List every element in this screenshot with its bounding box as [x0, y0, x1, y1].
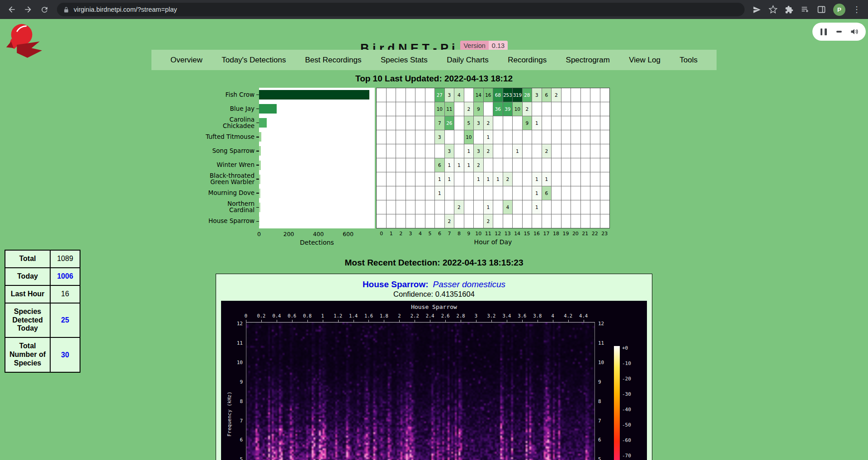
forward-icon[interactable] [20, 1, 36, 18]
reading-list-icon[interactable] [801, 5, 810, 14]
hour-tick: 0 [377, 231, 386, 237]
heatmap-cell: 2 [552, 88, 561, 102]
heatmap-cell [503, 158, 513, 172]
heatmap-cell [415, 172, 425, 186]
player-dash-icon [836, 31, 842, 33]
hour-tick: 2 [396, 231, 406, 237]
heatmap-cell: 14 [474, 88, 483, 102]
heatmap-cell [377, 158, 386, 172]
heatmap-cell [377, 102, 386, 116]
heatmap-cell: 16 [484, 88, 493, 102]
heatmap-cell [377, 130, 386, 144]
volume-icon[interactable] [850, 27, 859, 36]
audio-player[interactable] [812, 23, 866, 41]
bookmark-star-icon[interactable] [769, 5, 778, 14]
reload-icon[interactable] [36, 1, 52, 18]
tick-mark [522, 320, 523, 322]
heatmap-cell [523, 158, 532, 172]
lock-icon [63, 7, 69, 13]
spectrogram-time-tick: 1.4 [345, 313, 362, 318]
pause-icon[interactable] [819, 28, 828, 35]
detections-bar [259, 203, 260, 212]
heatmap-cell: 2 [484, 144, 493, 158]
species-row: Fish Crow [196, 88, 259, 102]
menu-icon[interactable]: ⋮ [853, 5, 861, 14]
bar-x-tick: 200 [280, 231, 298, 237]
spectrogram-time-tick: 3.6 [514, 313, 530, 318]
heatmap-cell [387, 102, 396, 116]
heatmap-cell [493, 158, 503, 172]
tick-mark [507, 320, 507, 322]
heatmap-cell [377, 214, 386, 228]
heatmap-cell [387, 158, 396, 172]
species-label: Fish Crow [226, 92, 255, 98]
stats-label: Species Detected Today [5, 303, 50, 338]
spectrogram-freq-tick-left: 10 [225, 359, 243, 365]
detection-common-name[interactable]: House Sparrow: [363, 280, 429, 289]
side-panel-icon[interactable] [817, 5, 826, 14]
heatmap-cell [523, 214, 532, 228]
species-row: Song Sparrow [196, 144, 259, 158]
heatmap-cell [484, 186, 493, 200]
bar-axis-label: Detections [259, 239, 375, 246]
heatmap-cell [571, 158, 580, 172]
hour-tick: 8 [454, 231, 464, 237]
tick-mark [476, 320, 476, 322]
url-bar[interactable]: virginia.birdnetpi.com/?stream=play [57, 3, 745, 16]
profile-avatar[interactable]: P [833, 4, 845, 16]
heatmap-cell [542, 158, 552, 172]
heatmap-cell [590, 88, 600, 102]
heatmap-cell [600, 186, 610, 200]
species-row: House Sparrow [196, 214, 259, 228]
heatmap-cell [600, 214, 610, 228]
spectrogram-time-tick: 0.2 [253, 313, 269, 318]
heatmap-cell [454, 130, 464, 144]
hour-tick: 22 [590, 231, 599, 237]
heatmap-cell [600, 144, 610, 158]
detection-scientific-name[interactable]: Passer domesticus [433, 280, 506, 289]
tick-mark [323, 320, 323, 322]
stats-value[interactable]: 1006 [50, 268, 80, 285]
heatmap-cell [523, 172, 532, 186]
heatmap-cell: 36 [493, 102, 503, 116]
heatmap-cell [425, 186, 435, 200]
nav-item-recordings[interactable]: Recordings [508, 56, 547, 65]
stats-value[interactable]: 30 [50, 337, 80, 372]
heatmap-cell [552, 102, 561, 116]
hour-tick: 17 [542, 231, 551, 237]
nav-item-view-log[interactable]: View Log [629, 56, 660, 65]
heatmap-cell [377, 200, 386, 214]
heatmap-cell: 1 [493, 172, 503, 186]
detections-bar [259, 118, 267, 128]
nav-item-spectrogram[interactable]: Spectrogram [566, 56, 610, 65]
spectrogram-freq-tick-left: 5 [225, 456, 243, 460]
species-label: Song Sparrow [212, 148, 255, 154]
spectrogram-time-tick: 4.2 [560, 313, 576, 318]
send-icon[interactable] [753, 5, 761, 14]
stats-label: Today [5, 268, 50, 285]
heatmap-cell: 1 [445, 172, 454, 186]
hour-tick: 10 [474, 231, 483, 237]
back-icon[interactable] [4, 1, 20, 18]
nav-item-daily-charts[interactable]: Daily Charts [447, 56, 489, 65]
hour-tick: 12 [493, 231, 503, 237]
spectrogram-freq-tick-left: 8 [225, 398, 243, 404]
stats-value[interactable]: 25 [50, 303, 80, 338]
heatmap-cell [377, 116, 386, 130]
nav-item-today-s-detections[interactable]: Today's Detections [222, 56, 286, 65]
heatmap-cell: 2 [503, 172, 513, 186]
nav-item-overview[interactable]: Overview [170, 56, 203, 65]
heatmap-cell [396, 186, 406, 200]
heatmap-cell [561, 214, 571, 228]
heatmap-cell [396, 172, 406, 186]
nav-item-species-stats[interactable]: Species Stats [381, 56, 428, 65]
nav-item-tools[interactable]: Tools [679, 56, 698, 65]
heatmap-cell [590, 130, 600, 144]
extensions-icon[interactable] [785, 5, 793, 14]
heatmap-cell: 11 [445, 102, 454, 116]
tick-mark [491, 320, 492, 322]
heatmap-cell [387, 186, 396, 200]
nav-item-best-recordings[interactable]: Best Recordings [305, 56, 362, 65]
species-label: Winter Wren [217, 162, 255, 168]
stats-row: Total Number of Species30 [5, 337, 80, 372]
